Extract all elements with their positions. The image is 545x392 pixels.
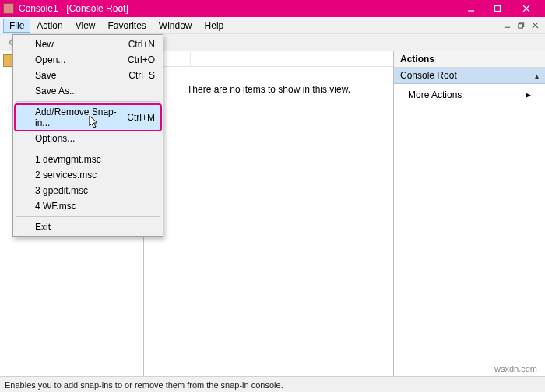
file-add-remove-shortcut: Ctrl+M — [127, 112, 155, 123]
file-recent-1-label: 1 devmgmt.msc — [35, 154, 101, 165]
title-bar: Console1 - [Console Root] — [0, 0, 545, 17]
file-recent-1[interactable]: 1 devmgmt.msc — [15, 152, 161, 167]
file-new[interactable]: New Ctrl+N — [15, 37, 161, 52]
actions-header: Actions — [394, 51, 545, 68]
minimize-button[interactable] — [458, 0, 484, 17]
file-recent-2[interactable]: 2 services.msc — [15, 167, 161, 183]
file-recent-4-label: 4 WF.msc — [35, 201, 76, 212]
collapse-icon: ▴ — [535, 72, 539, 80]
file-menu-dropdown: New Ctrl+N Open... Ctrl+O Save Ctrl+S Sa… — [12, 34, 164, 237]
status-bar: Enables you to add snap-ins to or remove… — [0, 376, 545, 392]
menu-favorites[interactable]: Favorites — [102, 19, 153, 33]
file-new-shortcut: Ctrl+N — [128, 39, 155, 50]
file-recent-3-label: 3 gpedit.msc — [35, 185, 88, 196]
file-options-label: Options... — [35, 133, 75, 144]
file-recent-2-label: 2 services.msc — [35, 170, 97, 180]
mdi-restore-button[interactable] — [514, 19, 528, 32]
file-open[interactable]: Open... Ctrl+O — [15, 52, 161, 68]
menu-help[interactable]: Help — [199, 19, 230, 33]
app-icon — [3, 3, 14, 14]
close-button[interactable] — [511, 0, 542, 17]
file-save-label: Save — [35, 70, 56, 81]
file-save-shortcut: Ctrl+S — [128, 70, 155, 81]
svg-rect-6 — [518, 24, 522, 28]
file-add-remove-label: Add/Remove Snap-in... — [35, 107, 127, 128]
file-new-label: New — [35, 39, 54, 50]
menu-bar: File Action View Favorites Window Help — [0, 17, 545, 34]
menu-window[interactable]: Window — [153, 19, 199, 33]
chevron-right-icon: ▶ — [526, 91, 531, 99]
svg-rect-1 — [495, 6, 501, 12]
file-recent-3[interactable]: 3 gpedit.msc — [15, 183, 161, 198]
maximize-button[interactable] — [484, 0, 511, 17]
menu-view[interactable]: View — [69, 19, 102, 33]
menu-separator — [16, 216, 160, 217]
file-add-remove-snapin[interactable]: Add/Remove Snap-in... Ctrl+M — [15, 104, 161, 131]
menu-file[interactable]: File — [3, 19, 30, 33]
file-save-as[interactable]: Save As... — [15, 83, 161, 99]
file-open-label: Open... — [35, 54, 65, 65]
mdi-close-button[interactable] — [528, 19, 542, 32]
file-save-as-label: Save As... — [35, 86, 77, 96]
file-exit-label: Exit — [35, 222, 51, 233]
empty-list-message: There are no items to show in this view. — [144, 67, 393, 376]
status-text: Enables you to add snap-ins to or remove… — [5, 380, 283, 390]
list-header[interactable]: me — [144, 51, 393, 67]
list-pane: me There are no items to show in this vi… — [144, 51, 393, 376]
actions-pane: Actions Console Root ▴ More Actions ▶ — [393, 51, 545, 376]
more-actions[interactable]: More Actions ▶ — [394, 87, 545, 103]
file-options[interactable]: Options... — [15, 131, 161, 146]
actions-console-root[interactable]: Console Root ▴ — [394, 68, 545, 84]
file-save[interactable]: Save Ctrl+S — [15, 68, 161, 83]
more-actions-label: More Actions — [408, 89, 462, 100]
menu-separator — [16, 149, 160, 149]
actions-root-label: Console Root — [400, 70, 457, 81]
watermark: wsxdn.com — [494, 364, 537, 373]
window-title: Console1 - [Console Root] — [19, 3, 128, 14]
file-open-shortcut: Ctrl+O — [128, 54, 155, 65]
file-exit[interactable]: Exit — [15, 219, 161, 235]
mdi-minimize-button[interactable] — [500, 19, 514, 32]
menu-separator — [16, 101, 160, 102]
file-recent-4[interactable]: 4 WF.msc — [15, 198, 161, 214]
menu-action[interactable]: Action — [30, 19, 69, 33]
